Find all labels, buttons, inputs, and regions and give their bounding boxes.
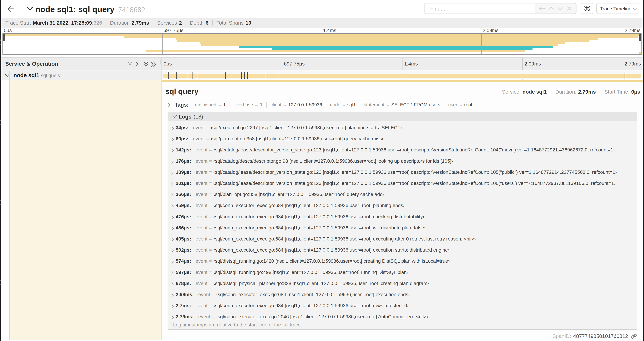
log-row[interactable]: 678μs:event=‹sql/distsql_physical_planne… <box>168 278 637 289</box>
meta-separator <box>551 89 551 94</box>
tag-equals: = <box>342 102 345 108</box>
minimap-span-bar <box>639 52 641 54</box>
logs-collapse-chevron[interactable] <box>172 115 177 119</box>
find-input[interactable]: Find... <box>424 3 534 14</box>
log-event-marker[interactable] <box>225 72 226 79</box>
log-row[interactable]: 2.7ms:event=‹sql/conn_executor_exec.go:6… <box>168 300 637 311</box>
log-timestamp: 476μs: <box>176 214 191 219</box>
log-event-marker[interactable] <box>244 72 244 79</box>
log-event-marker[interactable] <box>261 72 262 79</box>
trace-view-select[interactable]: Trace Timeline <box>596 3 639 14</box>
log-event-marker[interactable] <box>248 72 249 79</box>
log-row[interactable]: 366μs:event=‹sql/plan_opt.go:358 [nsql1,… <box>168 189 637 200</box>
locate-span-button[interactable] <box>538 5 546 12</box>
logs-header[interactable]: Logs(18) <box>168 112 637 121</box>
log-event-marker[interactable] <box>168 72 169 79</box>
tag-equals: = <box>218 102 221 108</box>
tag-value: 1 <box>223 102 226 108</box>
expand-one-button[interactable] <box>135 61 139 68</box>
tag-key: client <box>270 102 281 108</box>
log-value: ‹sql/catalog/lease/descriptor_version_st… <box>214 181 616 186</box>
minimap-span-bar <box>124 36 638 38</box>
stat-label: Total Spans <box>216 20 244 26</box>
minimap-tick-label: 2.09ms <box>483 28 498 33</box>
log-event-marker[interactable] <box>246 72 246 79</box>
span-row-name-cell[interactable]: node sql1 sql query <box>2 70 162 80</box>
log-row[interactable]: 495μs:event=‹sql/conn_executor_exec.go:6… <box>168 234 637 245</box>
log-row[interactable]: 142μs:event=‹sql/catalog/lease/descripto… <box>168 145 637 156</box>
minimap-right-handle[interactable] <box>639 34 641 41</box>
log-row[interactable]: 502μs:event=‹sql/conn_executor_exec.go:6… <box>168 245 637 256</box>
tags-row[interactable]: Tags: _unfinished=1_verbose=1client=127.… <box>167 101 476 109</box>
chevron-right-icon <box>167 102 171 107</box>
log-field-key: event <box>193 125 205 130</box>
log-equals: = <box>206 125 209 130</box>
log-row[interactable]: 80μs:event=‹sql/plan_opt.go:358 [nsql1,c… <box>168 133 637 145</box>
collapse-one-button[interactable] <box>127 61 133 66</box>
keyboard-shortcuts-button[interactable]: ⌘ <box>581 3 593 14</box>
back-button[interactable] <box>2 0 20 18</box>
log-field-key: event <box>198 292 210 297</box>
find-clear-button[interactable] <box>566 5 573 12</box>
tag-value: 127.0.0.1:59936 <box>288 102 322 108</box>
span-row-timeline-cell[interactable] <box>162 70 642 79</box>
log-row[interactable]: 2.79ms:event=‹sql/conn_executor_exec.go:… <box>168 311 637 322</box>
expand-all-button[interactable] <box>150 61 156 68</box>
find-next-button[interactable] <box>556 5 564 12</box>
trace-collapse-toggle[interactable] <box>27 6 33 12</box>
name-column-divider[interactable] <box>162 57 162 340</box>
column-resizer-grip[interactable] <box>158 60 161 65</box>
collapse-all-button[interactable] <box>143 61 149 68</box>
minimap-span-bar <box>201 44 558 46</box>
log-equals: = <box>209 225 212 230</box>
trace-minimap[interactable] <box>2 33 642 55</box>
trace-name: node sql1: sql query <box>35 5 114 14</box>
detail-operation-title: sql query <box>165 87 198 96</box>
log-row[interactable]: 201μs:event=‹sql/catalog/lease/descripto… <box>168 178 637 189</box>
timeline-header: Service & Operation 0μs697.75μs1.4ms2.09… <box>2 57 642 70</box>
log-row[interactable]: 459μs:event=‹sql/conn_executor_exec.go:6… <box>168 200 637 211</box>
log-event-marker[interactable] <box>279 72 279 79</box>
span-row[interactable]: node sql1 sql query <box>2 70 642 80</box>
ruler-gridline <box>282 58 282 70</box>
log-row[interactable]: 597μs:event=‹sql/distsql_running.go:498 … <box>168 267 637 278</box>
link-icon[interactable] <box>631 333 637 339</box>
log-event-marker[interactable] <box>197 72 197 79</box>
span-operation-name: sql query <box>41 73 60 78</box>
chevron-down-icon <box>632 8 637 11</box>
minimap-tick-label: 0μs <box>4 28 12 33</box>
log-value: ‹sql/conn_executor_exec.go:2046 [nsql1,c… <box>216 314 428 319</box>
log-event-marker[interactable] <box>192 72 193 79</box>
span-duration-bar[interactable] <box>162 74 641 78</box>
meta-label: Duration: <box>555 89 576 95</box>
log-row[interactable]: 2.69ms:event=‹sql/conn_executor_exec.go:… <box>168 289 637 300</box>
log-row[interactable]: 189μs:event=‹sql/catalog/lease/descripto… <box>168 167 637 178</box>
log-field-key: event <box>196 214 208 219</box>
log-event-marker[interactable] <box>265 72 266 79</box>
log-event-marker[interactable] <box>241 72 242 79</box>
minimap-left-handle[interactable] <box>3 34 5 41</box>
minimap-tick-label: 697.75μs <box>164 28 184 33</box>
logs-count: (18) <box>194 114 203 120</box>
log-row[interactable]: 574μs:event=‹sql/distsql_running.go:1420… <box>168 256 637 267</box>
tag-item: _unfinished=1 <box>188 102 230 108</box>
log-event-marker[interactable] <box>176 72 176 79</box>
log-event-marker[interactable] <box>187 72 187 79</box>
log-row[interactable]: 486μs:event=‹sql/conn_executor_exec.go:6… <box>168 222 637 234</box>
log-equals: = <box>209 169 212 175</box>
log-equals: = <box>209 281 212 286</box>
trace-id: 7418682 <box>118 6 145 14</box>
page-title: node sql1: sql query7418682 <box>35 5 145 14</box>
log-event-marker[interactable] <box>195 72 195 79</box>
log-row[interactable]: 34μs:event=‹sql/exec_util.go:2297 [nsql1… <box>168 122 637 133</box>
log-row[interactable]: 476μs:event=‹sql/conn_executor_exec.go:6… <box>168 211 637 222</box>
stat-value: 10 <box>246 20 251 26</box>
log-row[interactable]: 176μs:event=‹sql/catalog/descs/descripto… <box>168 156 637 167</box>
log-event-marker[interactable] <box>624 72 624 79</box>
minimap-gridline <box>482 34 482 54</box>
locate-icon <box>539 5 545 12</box>
log-timestamp: 2.79ms: <box>176 314 194 319</box>
find-prev-button[interactable] <box>547 5 555 12</box>
log-event-marker[interactable] <box>248 72 248 79</box>
log-event-marker[interactable] <box>626 72 626 79</box>
